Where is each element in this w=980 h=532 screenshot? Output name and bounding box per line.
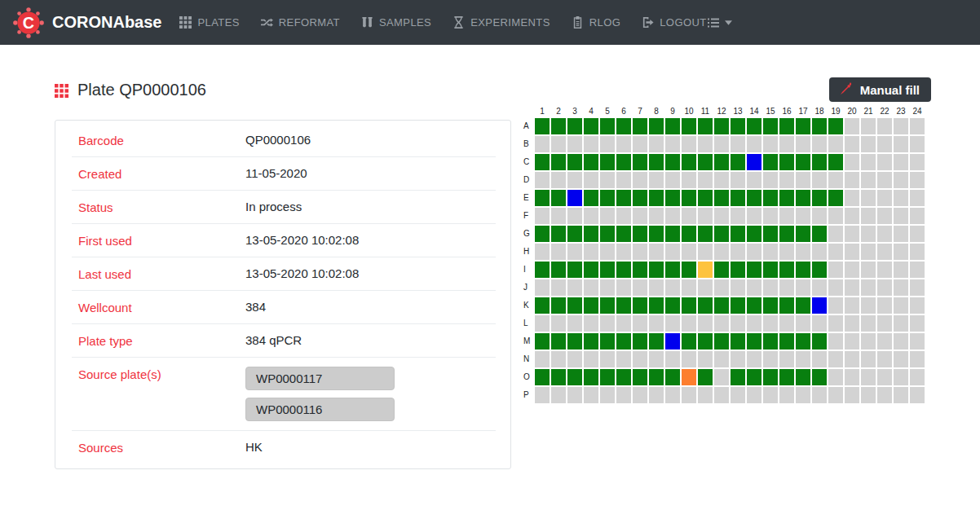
well-E9[interactable] [665, 190, 680, 206]
well-G20[interactable] [845, 226, 859, 242]
well-C3[interactable] [567, 154, 582, 170]
well-H21[interactable] [861, 244, 876, 260]
well-J18[interactable] [812, 279, 827, 296]
well-F10[interactable] [682, 208, 696, 224]
well-N2[interactable] [551, 351, 566, 367]
well-A11[interactable] [698, 118, 713, 134]
well-H15[interactable] [763, 244, 778, 260]
well-K15[interactable] [763, 297, 778, 314]
well-D2[interactable] [551, 172, 566, 188]
well-E22[interactable] [877, 190, 892, 206]
well-M13[interactable] [731, 333, 745, 350]
well-H23[interactable] [894, 244, 908, 260]
well-N18[interactable] [812, 351, 827, 367]
well-K2[interactable] [551, 297, 566, 314]
well-E20[interactable] [845, 190, 859, 206]
well-J1[interactable] [535, 279, 550, 296]
well-H16[interactable] [779, 244, 794, 260]
well-N14[interactable] [747, 351, 761, 367]
well-L22[interactable] [877, 315, 892, 332]
well-I14[interactable] [747, 262, 761, 278]
well-L3[interactable] [567, 315, 582, 332]
well-J15[interactable] [763, 279, 778, 296]
nav-item-logout[interactable]: LOGOUT [642, 16, 706, 29]
well-H10[interactable] [682, 244, 696, 260]
well-J24[interactable] [910, 279, 925, 296]
well-L23[interactable] [894, 315, 908, 332]
well-A24[interactable] [910, 118, 925, 134]
well-B8[interactable] [649, 136, 664, 152]
well-H2[interactable] [551, 244, 566, 260]
well-F19[interactable] [828, 208, 843, 224]
well-B6[interactable] [616, 136, 631, 152]
well-O14[interactable] [747, 369, 761, 385]
well-M16[interactable] [779, 333, 794, 350]
well-D11[interactable] [698, 172, 713, 188]
well-N15[interactable] [763, 351, 778, 367]
well-L21[interactable] [861, 315, 876, 332]
well-K16[interactable] [779, 297, 794, 314]
well-K4[interactable] [584, 297, 598, 314]
well-E12[interactable] [714, 190, 729, 206]
nav-item-reformat[interactable]: REFORMAT [261, 16, 340, 29]
well-P4[interactable] [584, 387, 598, 403]
well-C21[interactable] [861, 154, 876, 170]
well-I21[interactable] [861, 262, 876, 278]
well-M15[interactable] [763, 333, 778, 350]
well-O16[interactable] [779, 369, 794, 385]
well-G1[interactable] [535, 226, 550, 242]
well-E2[interactable] [551, 190, 566, 206]
well-H5[interactable] [600, 244, 615, 260]
well-A20[interactable] [845, 118, 859, 134]
well-N22[interactable] [877, 351, 892, 367]
well-J21[interactable] [861, 279, 876, 296]
well-E11[interactable] [698, 190, 713, 206]
well-P21[interactable] [861, 387, 876, 403]
well-B22[interactable] [877, 136, 892, 152]
well-N23[interactable] [894, 351, 908, 367]
well-D14[interactable] [747, 172, 761, 188]
well-D18[interactable] [812, 172, 827, 188]
well-L7[interactable] [633, 315, 647, 332]
well-J10[interactable] [682, 279, 696, 296]
well-I23[interactable] [894, 262, 908, 278]
well-B23[interactable] [894, 136, 908, 152]
well-A9[interactable] [665, 118, 680, 134]
well-C5[interactable] [600, 154, 615, 170]
well-I20[interactable] [845, 262, 859, 278]
well-J5[interactable] [600, 279, 615, 296]
well-O1[interactable] [535, 369, 550, 385]
well-O9[interactable] [665, 369, 680, 385]
well-M5[interactable] [600, 333, 615, 350]
well-C4[interactable] [584, 154, 598, 170]
well-D16[interactable] [779, 172, 794, 188]
well-I2[interactable] [551, 262, 566, 278]
well-C23[interactable] [894, 154, 908, 170]
well-J6[interactable] [616, 279, 631, 296]
well-O17[interactable] [796, 369, 810, 385]
well-E24[interactable] [910, 190, 925, 206]
well-B10[interactable] [682, 136, 696, 152]
well-N3[interactable] [567, 351, 582, 367]
well-C7[interactable] [633, 154, 647, 170]
well-A22[interactable] [877, 118, 892, 134]
well-O20[interactable] [845, 369, 859, 385]
well-I1[interactable] [535, 262, 550, 278]
well-N19[interactable] [828, 351, 843, 367]
well-C9[interactable] [665, 154, 680, 170]
well-O6[interactable] [616, 369, 631, 385]
well-H20[interactable] [845, 244, 859, 260]
well-A19[interactable] [828, 118, 843, 134]
well-D15[interactable] [763, 172, 778, 188]
well-A2[interactable] [551, 118, 566, 134]
well-A15[interactable] [763, 118, 778, 134]
well-F24[interactable] [910, 208, 925, 224]
well-N16[interactable] [779, 351, 794, 367]
well-H7[interactable] [633, 244, 647, 260]
well-H9[interactable] [665, 244, 680, 260]
well-P15[interactable] [763, 387, 778, 403]
well-I18[interactable] [812, 262, 827, 278]
well-L13[interactable] [731, 315, 745, 332]
well-F14[interactable] [747, 208, 761, 224]
well-F5[interactable] [600, 208, 615, 224]
